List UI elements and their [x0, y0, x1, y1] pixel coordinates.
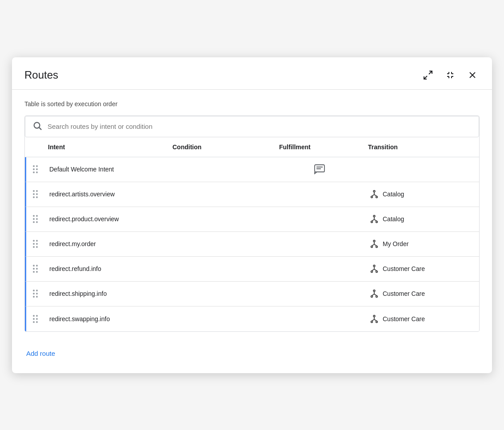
transition-cell: Customer Care: [364, 310, 479, 328]
svg-line-40: [374, 269, 377, 271]
drag-handle: [26, 215, 44, 223]
intent-cell: redirect.shipping.info: [44, 286, 168, 302]
transition-icon: [369, 189, 379, 199]
flow-icon: [369, 189, 379, 199]
modal-body: Table is sorted by execution order Inten…: [12, 90, 492, 339]
intent-cell: redirect.artists.overview: [44, 186, 168, 202]
svg-point-23: [373, 215, 375, 217]
fulfillment-cell: [275, 239, 364, 248]
svg-point-24: [371, 221, 373, 223]
svg-line-33: [372, 244, 375, 246]
transition-label: Customer Care: [383, 315, 425, 322]
svg-point-37: [376, 271, 378, 273]
condition-cell: [168, 190, 275, 199]
modal-title: Routes: [24, 69, 58, 81]
add-route-button[interactable]: Add route: [24, 342, 57, 364]
modal-footer: Add route: [12, 339, 492, 373]
condition-cell: [168, 239, 275, 248]
condition-cell: [168, 264, 275, 273]
routes-table-container: Intent Condition Fulfillment Transition …: [24, 115, 480, 332]
flow-icon: [369, 239, 379, 249]
transition-icon: [369, 214, 379, 224]
intent-cell: redirect.product.overview: [44, 211, 168, 227]
svg-point-12: [34, 122, 40, 128]
transition-cell: Catalog: [364, 210, 479, 228]
svg-line-45: [372, 294, 375, 296]
svg-point-42: [371, 296, 373, 298]
svg-point-17: [373, 191, 375, 192]
header-icons: [421, 68, 480, 82]
intent-cell: redirect.refund.info: [44, 261, 168, 277]
svg-line-28: [374, 219, 377, 221]
svg-line-1: [424, 76, 427, 79]
expand-icon-button[interactable]: [421, 68, 435, 82]
flow-icon: [369, 214, 379, 224]
svg-point-47: [373, 315, 375, 317]
search-icon: [32, 121, 42, 132]
col-transition: Transition: [363, 142, 479, 152]
svg-point-49: [376, 321, 378, 322]
svg-line-21: [372, 195, 375, 196]
svg-point-19: [376, 196, 378, 198]
table-row[interactable]: redirect.my.order My Orde: [25, 232, 479, 257]
collapse-icon-button[interactable]: [443, 68, 457, 82]
fulfillment-cell: [275, 159, 364, 180]
drag-handle: [26, 240, 44, 248]
svg-point-30: [371, 246, 373, 248]
fulfillment-cell: [275, 315, 364, 323]
svg-point-29: [373, 240, 375, 242]
col-condition: Condition: [167, 142, 274, 152]
routes-modal: Routes: [12, 57, 492, 373]
svg-line-46: [374, 294, 377, 296]
intent-cell: redirect.my.order: [44, 236, 168, 252]
condition-cell: [168, 165, 275, 174]
fulfillment-cell: [275, 289, 364, 298]
transition-label: My Order: [383, 240, 408, 247]
col-fulfillment: Fulfillment: [274, 142, 363, 152]
svg-line-22: [374, 195, 377, 196]
svg-point-35: [373, 265, 375, 267]
table-row[interactable]: redirect.artists.overview: [25, 182, 479, 207]
svg-point-25: [376, 221, 378, 223]
svg-line-13: [39, 127, 41, 130]
transition-icon: [369, 239, 379, 249]
col-intent: Intent: [43, 142, 167, 152]
table-row[interactable]: redirect.product.overview: [25, 207, 479, 232]
table-row[interactable]: redirect.shipping.info Cu: [25, 282, 479, 307]
close-icon-button[interactable]: [465, 68, 480, 82]
table-row[interactable]: redirect.refund.info Cust: [25, 257, 479, 282]
svg-line-0: [429, 71, 432, 74]
transition-cell: Customer Care: [364, 284, 479, 303]
drag-handle: [26, 290, 44, 298]
transition-label: Catalog: [383, 191, 404, 198]
svg-line-27: [372, 219, 375, 221]
svg-line-52: [374, 319, 377, 321]
svg-point-41: [373, 290, 375, 292]
flow-icon: [369, 264, 379, 274]
fulfillment-cell: [275, 215, 364, 223]
search-input[interactable]: [48, 123, 472, 130]
transition-cell: Customer Care: [364, 259, 479, 278]
flow-icon: [369, 289, 379, 299]
svg-point-43: [376, 296, 378, 298]
svg-line-51: [372, 319, 375, 321]
table-row[interactable]: Default Welcome Intent: [25, 157, 479, 182]
svg-line-39: [372, 269, 375, 271]
transition-label: Customer Care: [383, 290, 425, 297]
modal-header: Routes: [12, 57, 492, 90]
svg-point-36: [371, 271, 373, 273]
condition-cell: [168, 289, 275, 298]
svg-point-48: [371, 321, 373, 322]
transition-cell: [364, 165, 479, 174]
transition-cell: Catalog: [364, 185, 479, 203]
intent-cell: redirect.swapping.info: [44, 311, 168, 327]
drag-handle: [26, 315, 44, 323]
fulfillment-cell: [275, 190, 364, 199]
fulfillment-cell: [275, 264, 364, 273]
table-row[interactable]: redirect.swapping.info Cu: [25, 307, 479, 331]
drag-handle: [26, 265, 44, 273]
col-drag: [25, 142, 43, 152]
transition-label: Catalog: [383, 215, 404, 223]
svg-rect-14: [315, 165, 324, 172]
expand-icon: [423, 70, 433, 80]
